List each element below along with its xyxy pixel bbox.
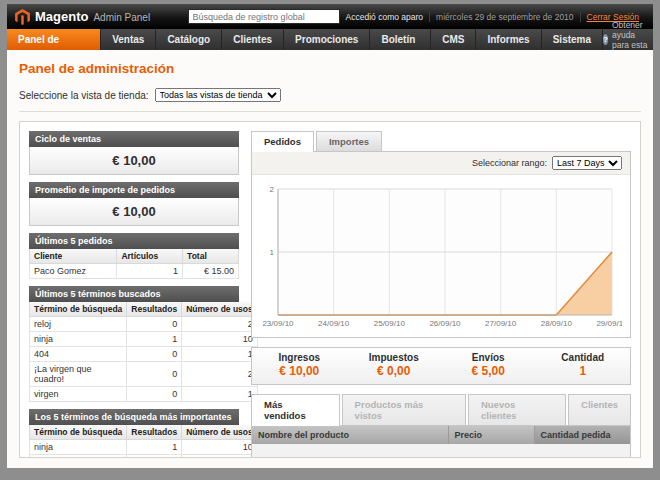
table-row[interactable]: 40401	[30, 347, 258, 362]
magento-admin-page: Magento Admin Panel Accedió como aparo m…	[7, 4, 653, 468]
table-row[interactable]: ninja110	[30, 332, 258, 347]
chart-toolbar: Seleccionar rango: Last 7 Days	[252, 152, 630, 175]
orders-chart-panel: Seleccionar rango: Last 7 Days 1223/09/1…	[251, 151, 631, 338]
main-nav-list: Panel de administraciónVentasCatálogoCli…	[7, 29, 603, 50]
logo-subtitle: Admin Panel	[93, 12, 150, 23]
content-area: Panel de administración Seleccione la vi…	[7, 50, 653, 468]
table-cell: 404	[30, 347, 127, 362]
svg-text:25/09/10: 25/09/10	[374, 319, 406, 328]
page-title: Panel de administración	[19, 54, 641, 84]
totals-bar: Ingresos€ 10,00Impuestos€ 0,00Envíos€ 5,…	[251, 347, 631, 385]
table-row[interactable]: ¡La virgen que cuadro!02	[30, 362, 258, 387]
table-cell: 1	[117, 264, 183, 279]
svg-text:29/09/10: 29/09/10	[596, 319, 622, 328]
top-search-table: Término de búsquedaResultadosNúmero de u…	[29, 425, 258, 458]
column-header-articulos: Artículos	[117, 249, 183, 264]
range-select[interactable]: Last 7 Days	[552, 156, 622, 170]
global-search-input[interactable]	[188, 9, 340, 24]
tab-clientes: Clientes	[568, 394, 631, 425]
table-row[interactable]: virgen01	[30, 387, 258, 402]
column-header-numero-de-usos: Número de usos	[182, 425, 258, 440]
lifetime-sales-title: Ciclo de ventas	[29, 131, 239, 147]
table-row[interactable]: Paco Gomez1€ 15.00	[30, 264, 239, 279]
total-value: € 10,00	[252, 364, 347, 378]
diagram-tabs: PedidosImportes	[251, 131, 631, 151]
table-cell: 1	[127, 332, 182, 347]
table-cell: ¡La virgen que cuadro!	[30, 362, 127, 387]
grid-column-header-nombre-del-producto[interactable]: Nombre del producto	[252, 426, 448, 444]
nav-item-promociones[interactable]: Promociones	[284, 29, 370, 50]
nav-item-ventas[interactable]: Ventas	[101, 29, 156, 50]
table-cell: 0	[127, 455, 182, 459]
table-cell: 1	[182, 387, 258, 402]
dashboard-main: PedidosImportes Seleccionar rango: Last …	[251, 131, 631, 448]
top-search-panel: Los 5 términos de búsqueda más important…	[29, 409, 239, 458]
store-view-select[interactable]: Todas las vistas de tienda	[155, 88, 281, 102]
logo-text: Magento	[35, 9, 88, 24]
browser-frame: Magento Admin Panel Accedió como aparo m…	[0, 0, 660, 480]
table-cell: 0	[127, 362, 182, 387]
total-value: € 0,00	[347, 364, 442, 378]
total-label: Envíos	[441, 352, 536, 363]
total-cantidad: Cantidad1	[536, 348, 631, 384]
nav-item-catalogo[interactable]: Catálogo	[156, 29, 222, 50]
grid-column-header-precio[interactable]: Precio	[448, 426, 534, 444]
total-impuestos: Impuestos€ 0,00	[347, 348, 442, 384]
average-orders-title: Promedio de importe de pedidos	[29, 182, 239, 198]
dashboard-sidebar: Ciclo de ventas € 10,00 Promedio de impo…	[29, 131, 239, 448]
nav-item-informes[interactable]: Informes	[476, 29, 541, 50]
session-info: Accedió como aparo miércoles 29 de septi…	[340, 12, 645, 22]
last-orders-panel: Últimos 5 pedidos ClienteArtículosTotalP…	[29, 233, 239, 279]
tab-mas-vendidos[interactable]: Más vendidos	[251, 394, 340, 426]
nav-item-boletin-de-noticias[interactable]: Boletín de noticias	[370, 29, 431, 50]
table-cell: virgen	[30, 387, 127, 402]
table-header-row: Término de búsquedaResultadosNúmero de u…	[30, 425, 258, 440]
top-header: Magento Admin Panel Accedió como aparo m…	[7, 4, 653, 29]
store-switcher: Seleccione la vista de tienda: Todas las…	[19, 84, 641, 112]
page-help-link[interactable]: ? Obtener ayuda para esta página	[603, 29, 658, 50]
lifetime-sales-panel: Ciclo de ventas € 10,00	[29, 131, 239, 175]
table-row[interactable]: reloj02	[30, 317, 258, 332]
svg-text:26/09/10: 26/09/10	[429, 319, 461, 328]
global-search	[188, 9, 340, 24]
column-header-termino-de-busqueda: Término de búsqueda	[30, 425, 127, 440]
table-cell: 2	[182, 317, 258, 332]
grids-tabs: Más vendidosProductos más vistosNuevos c…	[251, 394, 631, 425]
tab-importes[interactable]: Importes	[316, 131, 382, 151]
nav-item-cms[interactable]: CMS	[431, 29, 476, 50]
orders-chart: 1223/09/1024/09/1025/09/1026/09/1027/09/…	[260, 181, 622, 331]
column-header-cliente: Cliente	[30, 249, 117, 264]
table-cell: 0	[127, 317, 182, 332]
products-header-row: Nombre del productoPrecioCantidad pedida	[252, 426, 630, 444]
nav-item-clientes[interactable]: Clientes	[222, 29, 284, 50]
tab-pedidos[interactable]: Pedidos	[251, 131, 314, 152]
table-cell: reloj	[30, 317, 127, 332]
svg-text:1: 1	[270, 248, 275, 257]
last-search-table: Término de búsquedaResultadosNúmero de u…	[29, 302, 258, 402]
range-label: Seleccionar rango:	[472, 158, 547, 168]
table-row[interactable]: ninja110	[30, 440, 258, 455]
dashboard: Ciclo de ventas € 10,00 Promedio de impo…	[19, 121, 641, 458]
svg-text:28/09/10: 28/09/10	[541, 319, 573, 328]
total-label: Impuestos	[347, 352, 442, 363]
total-envios: Envíos€ 5,00	[441, 348, 536, 384]
table-cell: 10	[182, 332, 258, 347]
column-header-total: Total	[183, 249, 239, 264]
table-cell: 0	[127, 347, 182, 362]
svg-text:24/09/10: 24/09/10	[318, 319, 350, 328]
grid-column-header-cantidad-pedida[interactable]: Cantidad pedida	[534, 426, 630, 444]
table-cell: reloj	[30, 455, 127, 459]
nav-item-panel-de-administracion[interactable]: Panel de administración	[7, 29, 101, 50]
nav-item-sistema[interactable]: Sistema	[542, 29, 603, 50]
last-orders-title: Últimos 5 pedidos	[29, 233, 239, 249]
table-row[interactable]: reloj02	[30, 455, 258, 459]
table-header-row: ClienteArtículosTotal	[30, 249, 239, 264]
column-header-resultados: Resultados	[127, 425, 182, 440]
last-search-panel: Últimos 5 términos buscados Término de b…	[29, 286, 239, 402]
svg-text:2: 2	[270, 185, 275, 194]
table-cell: Paco Gomez	[30, 264, 117, 279]
svg-text:27/09/10: 27/09/10	[485, 319, 517, 328]
main-nav: Panel de administraciónVentasCatálogoCli…	[7, 29, 653, 50]
current-date: miércoles 29 de septiembre de 2010	[429, 12, 580, 22]
top-search-title: Los 5 términos de búsqueda más important…	[29, 409, 239, 425]
